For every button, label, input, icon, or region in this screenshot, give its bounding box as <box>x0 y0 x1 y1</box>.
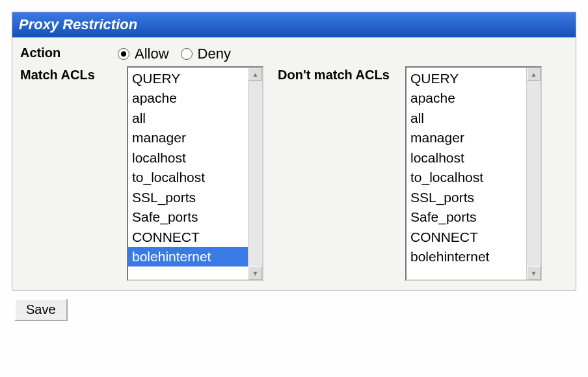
scrollbar[interactable]: ▲ ▼ <box>248 68 262 280</box>
list-item[interactable]: QUERY <box>128 69 248 88</box>
panel-title: Proxy Restriction <box>12 12 576 38</box>
scroll-track[interactable] <box>248 81 262 266</box>
match-acls-label: Match ACLs <box>20 66 118 83</box>
list-item[interactable]: Safe_ports <box>407 207 526 227</box>
scroll-track[interactable] <box>527 81 541 266</box>
list-item[interactable]: Safe_ports <box>128 207 248 227</box>
radio-deny-label: Deny <box>198 46 231 62</box>
list-item[interactable]: bolehinternet <box>407 247 526 266</box>
list-item[interactable]: SSL_ports <box>128 188 248 207</box>
list-item[interactable]: localhost <box>407 148 526 168</box>
radio-allow[interactable]: Allow <box>118 46 174 62</box>
action-row: Action Allow Deny <box>20 44 568 62</box>
list-item[interactable]: to_localhost <box>407 168 526 187</box>
list-item[interactable]: all <box>128 109 248 128</box>
acl-row: Match ACLs QUERYapacheallmanagerlocalhos… <box>20 66 568 281</box>
list-item[interactable]: all <box>407 109 526 128</box>
list-item[interactable]: bolehinternet <box>128 247 248 266</box>
match-acls-list: QUERYapacheallmanagerlocalhostto_localho… <box>128 68 248 280</box>
list-item[interactable]: CONNECT <box>407 228 526 247</box>
dont-match-acls-label: Don't match ACLs <box>273 66 396 83</box>
scroll-up-icon[interactable]: ▲ <box>527 68 541 81</box>
dont-match-acls-listbox[interactable]: QUERYapacheallmanagerlocalhostto_localho… <box>405 66 542 281</box>
proxy-restriction-panel: Proxy Restriction Action Allow Deny Matc… <box>12 12 576 291</box>
list-item[interactable]: manager <box>407 128 526 148</box>
list-item[interactable]: manager <box>128 128 248 148</box>
list-item[interactable]: to_localhost <box>128 168 248 187</box>
radio-icon <box>181 48 193 60</box>
list-item[interactable]: CONNECT <box>128 228 248 247</box>
list-item[interactable]: localhost <box>128 148 248 168</box>
list-item[interactable]: apache <box>128 88 248 108</box>
dont-match-acls-list: QUERYapacheallmanagerlocalhostto_localho… <box>407 68 526 280</box>
list-item[interactable]: QUERY <box>407 69 526 88</box>
match-acls-listbox[interactable]: QUERYapacheallmanagerlocalhostto_localho… <box>127 66 263 281</box>
panel-body: Action Allow Deny Match ACLs QUERYapache… <box>12 38 576 290</box>
action-label: Action <box>20 44 118 60</box>
scrollbar[interactable]: ▲ ▼ <box>526 68 541 280</box>
radio-icon <box>118 48 129 60</box>
radio-allow-label: Allow <box>135 46 169 62</box>
save-button[interactable]: Save <box>14 298 68 321</box>
scroll-up-icon[interactable]: ▲ <box>248 68 262 81</box>
list-item[interactable]: SSL_ports <box>407 188 526 207</box>
radio-deny[interactable]: Deny <box>181 46 236 62</box>
scroll-down-icon[interactable]: ▼ <box>527 266 541 280</box>
list-item[interactable]: apache <box>407 88 526 108</box>
scroll-down-icon[interactable]: ▼ <box>248 266 262 280</box>
action-radio-group: Allow Deny <box>118 44 236 62</box>
